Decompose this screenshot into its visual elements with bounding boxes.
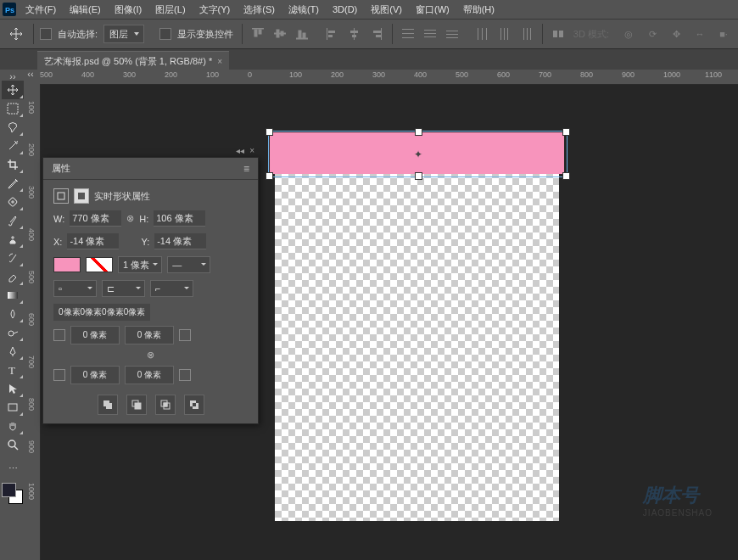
gradient-tool[interactable] <box>2 286 24 305</box>
distribute-bottom-icon[interactable] <box>443 25 461 43</box>
move-tool[interactable] <box>2 81 24 99</box>
menu-type[interactable]: 文字(Y) <box>193 0 238 19</box>
handle-br[interactable] <box>562 172 570 180</box>
document-tab[interactable]: 艺术海报.psd @ 50% (背景 1, RGB/8#) * × <box>37 51 229 71</box>
path-select-tool[interactable] <box>2 379 24 398</box>
brush-tool[interactable] <box>2 211 24 230</box>
pathop-unite-icon[interactable] <box>98 395 118 415</box>
auto-select-target[interactable]: 图层 <box>103 25 144 43</box>
zoom-tool[interactable] <box>2 435 24 454</box>
y-input[interactable] <box>154 233 206 249</box>
eyedropper-tool[interactable] <box>2 174 24 193</box>
distribute-top-icon[interactable] <box>399 25 417 43</box>
hand-tool[interactable] <box>2 417 24 435</box>
menu-help[interactable]: 帮助(H) <box>456 0 501 19</box>
ruler-tick: 400 <box>414 70 427 79</box>
menu-view[interactable]: 视图(V) <box>364 0 409 19</box>
toolbar-collapse-handle[interactable]: ‹‹ <box>25 70 36 78</box>
auto-select-checkbox[interactable] <box>40 28 52 40</box>
type-tool[interactable]: T <box>2 361 24 379</box>
stroke-corners-select[interactable]: ⌐ <box>150 280 193 297</box>
ruler-tick: 0 <box>248 70 252 79</box>
link-radius-icon[interactable]: ⊗ <box>147 350 154 361</box>
show-controls-checkbox[interactable] <box>159 28 171 40</box>
handle-tl[interactable] <box>266 128 273 136</box>
distribute-right-icon[interactable] <box>517 25 536 43</box>
slide-3d-icon[interactable]: ↔ <box>690 25 709 43</box>
menu-edit[interactable]: 编辑(E) <box>63 0 108 19</box>
svg-rect-16 <box>352 35 356 37</box>
rectangle-tool[interactable] <box>2 398 24 417</box>
radius-br-input[interactable] <box>125 366 174 384</box>
pan-3d-icon[interactable]: ✥ <box>667 25 685 43</box>
menu-3d[interactable]: 3D(D) <box>326 0 364 19</box>
svg-rect-9 <box>299 31 301 38</box>
magic-wand-tool[interactable] <box>2 137 24 155</box>
x-input[interactable] <box>67 233 119 249</box>
align-vcenter-icon[interactable] <box>271 25 289 43</box>
align-left-icon[interactable] <box>323 25 342 43</box>
pen-tool[interactable] <box>2 342 24 361</box>
marquee-tool[interactable] <box>2 99 24 118</box>
stroke-style-select[interactable]: — <box>167 256 210 273</box>
close-tab-icon[interactable]: × <box>217 57 222 66</box>
menu-layer[interactable]: 图层(L) <box>148 0 192 19</box>
crop-tool[interactable] <box>2 155 24 174</box>
align-hcenter-icon[interactable] <box>345 25 364 43</box>
clone-stamp-tool[interactable] <box>2 230 24 249</box>
menu-window[interactable]: 窗口(W) <box>409 0 456 19</box>
handle-bc[interactable] <box>415 172 422 180</box>
radius-bl-input[interactable] <box>70 366 120 384</box>
height-input[interactable] <box>154 210 205 227</box>
eraser-tool[interactable] <box>2 267 24 286</box>
panel-menu-icon[interactable]: ≡ <box>243 163 249 175</box>
radius-tr-input[interactable] <box>125 326 174 344</box>
distribute-vcenter-icon[interactable] <box>421 25 439 43</box>
pathop-exclude-icon[interactable] <box>184 395 204 415</box>
roll-3d-icon[interactable]: ⟳ <box>643 25 662 43</box>
orbit-3d-icon[interactable]: ◎ <box>619 25 638 43</box>
healing-tool[interactable] <box>2 193 24 211</box>
distribute-left-icon[interactable] <box>473 25 492 43</box>
zoom-3d-icon[interactable]: ■· <box>714 25 733 43</box>
align-right-icon[interactable] <box>367 25 386 43</box>
panel-tab[interactable]: 属性 ≡ <box>43 158 258 180</box>
fill-swatch[interactable] <box>53 257 81 272</box>
foreground-color-swatch[interactable] <box>2 483 16 497</box>
align-top-icon[interactable] <box>249 25 267 43</box>
align-bottom-icon[interactable] <box>293 25 311 43</box>
toolbar-expand-icon[interactable]: ›› <box>7 71 19 78</box>
menu-filter[interactable]: 滤镜(T) <box>282 0 326 19</box>
stroke-width-input[interactable]: 1 像素 <box>118 256 162 273</box>
stroke-swatch[interactable] <box>86 257 113 272</box>
menu-image[interactable]: 图像(I) <box>108 0 148 19</box>
handle-tr[interactable] <box>562 128 570 136</box>
stroke-caps-select[interactable]: ⊏ <box>102 280 145 297</box>
color-swatches[interactable] <box>2 483 24 505</box>
panel-close-icon[interactable]: × <box>249 146 254 155</box>
edit-toolbar-icon[interactable]: ⋯ <box>2 459 24 478</box>
svg-rect-12 <box>328 31 335 33</box>
link-wh-icon[interactable]: ⊗ <box>126 213 134 224</box>
pathop-intersect-icon[interactable] <box>155 395 176 415</box>
blur-tool[interactable] <box>2 305 24 323</box>
stroke-align-select[interactable]: ▫ <box>53 280 97 297</box>
menu-select[interactable]: 选择(S) <box>237 0 282 19</box>
dodge-tool[interactable] <box>2 323 24 342</box>
history-brush-tool[interactable] <box>2 249 24 267</box>
distribute-hcenter-icon[interactable] <box>495 25 514 43</box>
handle-tc[interactable] <box>415 128 422 136</box>
width-input[interactable] <box>70 210 121 227</box>
radius-tl-input[interactable] <box>70 326 120 344</box>
svg-rect-8 <box>296 38 308 39</box>
auto-align-icon[interactable] <box>549 25 567 43</box>
move-tool-icon[interactable] <box>5 23 27 45</box>
transform-bounding-box[interactable]: ✦ <box>268 131 567 177</box>
lasso-tool[interactable] <box>2 118 24 137</box>
menu-file[interactable]: 文件(F) <box>19 0 63 19</box>
handle-bl[interactable] <box>266 172 273 180</box>
panel-collapse-icon[interactable]: ◂◂ <box>236 146 244 155</box>
svg-rect-52 <box>135 403 141 409</box>
pathop-subtract-icon[interactable] <box>126 395 147 415</box>
svg-point-46 <box>8 440 15 447</box>
